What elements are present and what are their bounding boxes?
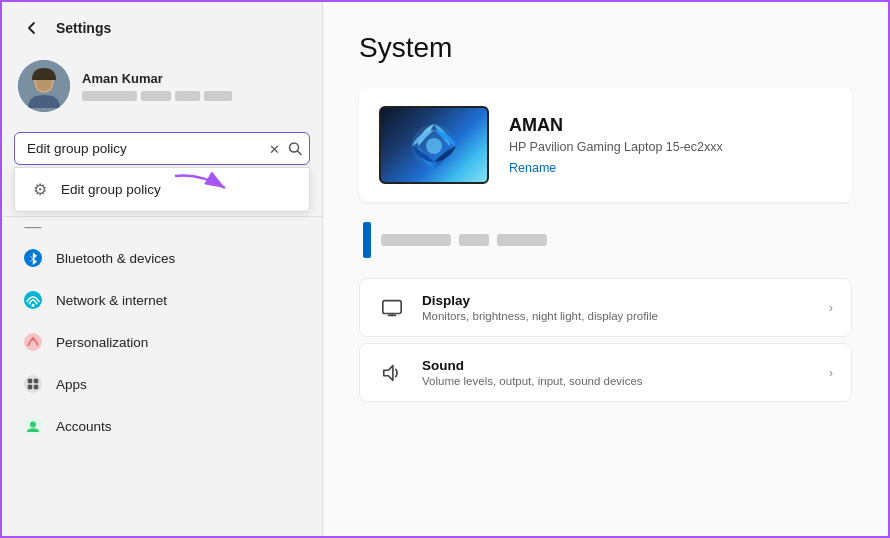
svg-point-19 bbox=[426, 138, 442, 154]
tag-1 bbox=[82, 91, 137, 101]
settings-item-sound[interactable]: Sound Volume levels, output, input, soun… bbox=[359, 343, 852, 402]
svg-rect-11 bbox=[24, 375, 42, 393]
device-thumbnail bbox=[379, 106, 489, 184]
device-model: HP Pavilion Gaming Laptop 15-ec2xxx bbox=[509, 140, 832, 154]
user-section: Aman Kumar bbox=[2, 50, 322, 128]
tag-4 bbox=[204, 91, 232, 101]
svg-rect-14 bbox=[28, 385, 33, 390]
sound-text: Sound Volume levels, output, input, soun… bbox=[422, 358, 813, 387]
apps-icon bbox=[22, 373, 44, 395]
svg-point-9 bbox=[24, 333, 42, 351]
win11-logo bbox=[404, 116, 464, 174]
storage-pill-1 bbox=[381, 234, 451, 246]
sidebar-item-bluetooth[interactable]: Bluetooth & devices bbox=[2, 237, 322, 279]
svg-line-4 bbox=[298, 151, 302, 155]
close-icon: ✕ bbox=[269, 141, 280, 156]
chevron-right-icon: › bbox=[829, 301, 833, 315]
sidebar-item-network[interactable]: Network & internet bbox=[2, 279, 322, 321]
storage-bar bbox=[363, 222, 371, 258]
search-actions: ✕ bbox=[269, 141, 302, 156]
svg-rect-12 bbox=[28, 379, 33, 384]
search-result-label: Edit group policy bbox=[61, 182, 161, 197]
sound-title: Sound bbox=[422, 358, 813, 373]
search-container: ✕ bbox=[14, 132, 310, 165]
back-button[interactable] bbox=[18, 14, 46, 42]
search-button[interactable] bbox=[288, 142, 302, 156]
sidebar-nav: — Bluetooth & devices Network bbox=[2, 216, 322, 538]
sidebar-item-accounts[interactable]: Accounts bbox=[2, 405, 322, 447]
sidebar-item-apps[interactable]: Apps bbox=[2, 363, 322, 405]
device-card: AMAN HP Pavilion Gaming Laptop 15-ec2xxx… bbox=[359, 88, 852, 202]
storage-pills bbox=[381, 234, 547, 246]
sidebar-item-personalization[interactable]: Personalization bbox=[2, 321, 322, 363]
bluetooth-icon bbox=[22, 247, 44, 269]
settings-item-display[interactable]: Display Monitors, brightness, night ligh… bbox=[359, 278, 852, 337]
sidebar-item-apps-label: Apps bbox=[56, 377, 87, 392]
svg-point-8 bbox=[32, 304, 35, 307]
network-icon bbox=[22, 289, 44, 311]
avatar bbox=[18, 60, 70, 112]
nav-item-partial: — bbox=[2, 217, 322, 237]
sidebar-item-bluetooth-label: Bluetooth & devices bbox=[56, 251, 175, 266]
partial-icon: — bbox=[22, 217, 44, 237]
win11-wallpaper bbox=[381, 108, 487, 182]
sound-desc: Volume levels, output, input, sound devi… bbox=[422, 375, 813, 387]
rename-link[interactable]: Rename bbox=[509, 161, 556, 175]
display-desc: Monitors, brightness, night light, displ… bbox=[422, 310, 813, 322]
storage-section bbox=[359, 222, 852, 258]
svg-rect-20 bbox=[383, 300, 401, 313]
search-dropdown: ⚙ Edit group policy bbox=[14, 167, 310, 212]
sidebar: Settings Aman Kumar bbox=[2, 2, 322, 538]
accounts-icon bbox=[22, 415, 44, 437]
sidebar-item-accounts-label: Accounts bbox=[56, 419, 112, 434]
chevron-right-icon-2: › bbox=[829, 366, 833, 380]
storage-pill-2 bbox=[459, 234, 489, 246]
gear-icon: ⚙ bbox=[29, 178, 51, 200]
search-icon bbox=[288, 142, 302, 156]
storage-pill-3 bbox=[497, 234, 547, 246]
svg-rect-13 bbox=[34, 379, 39, 384]
main-content: System bbox=[322, 2, 888, 536]
settings-list: Display Monitors, brightness, night ligh… bbox=[359, 278, 852, 406]
sidebar-item-personalization-label: Personalization bbox=[56, 335, 148, 350]
svg-marker-23 bbox=[384, 365, 393, 380]
personalization-icon bbox=[22, 331, 44, 353]
sidebar-title: Settings bbox=[56, 20, 111, 36]
svg-point-17 bbox=[30, 422, 36, 428]
user-tags bbox=[82, 91, 232, 101]
device-name: AMAN bbox=[509, 115, 832, 136]
tag-3 bbox=[175, 91, 200, 101]
svg-point-10 bbox=[32, 337, 35, 340]
device-info: AMAN HP Pavilion Gaming Laptop 15-ec2xxx… bbox=[509, 115, 832, 176]
display-icon bbox=[378, 294, 406, 322]
svg-rect-15 bbox=[34, 385, 39, 390]
search-input[interactable] bbox=[14, 132, 310, 165]
user-info: Aman Kumar bbox=[82, 71, 232, 101]
search-clear-button[interactable]: ✕ bbox=[269, 141, 280, 156]
page-title: System bbox=[359, 32, 852, 64]
user-name: Aman Kumar bbox=[82, 71, 232, 86]
search-result-edit-group-policy[interactable]: ⚙ Edit group policy bbox=[15, 168, 309, 211]
sidebar-top-bar: Settings bbox=[2, 2, 322, 50]
display-title: Display bbox=[422, 293, 813, 308]
sidebar-item-network-label: Network & internet bbox=[56, 293, 167, 308]
sound-icon bbox=[378, 359, 406, 387]
display-text: Display Monitors, brightness, night ligh… bbox=[422, 293, 813, 322]
tag-2 bbox=[141, 91, 171, 101]
